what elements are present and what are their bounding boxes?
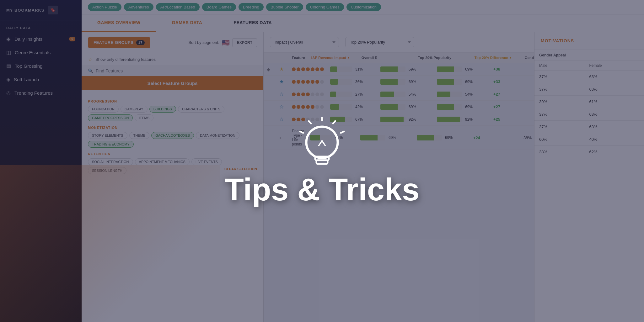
overlay[interactable]: Tips & Tricks xyxy=(0,0,644,322)
svg-line-3 xyxy=(309,121,311,124)
lightbulb-icon xyxy=(297,117,347,180)
svg-line-4 xyxy=(300,131,303,133)
svg-rect-7 xyxy=(316,160,328,164)
tips-title: Tips & Tricks xyxy=(225,174,420,205)
svg-line-9 xyxy=(322,141,325,145)
svg-line-8 xyxy=(319,141,322,145)
tips-card: Tips & Tricks xyxy=(225,117,420,205)
svg-point-5 xyxy=(306,127,338,158)
svg-line-1 xyxy=(333,121,335,124)
svg-line-2 xyxy=(341,131,344,133)
